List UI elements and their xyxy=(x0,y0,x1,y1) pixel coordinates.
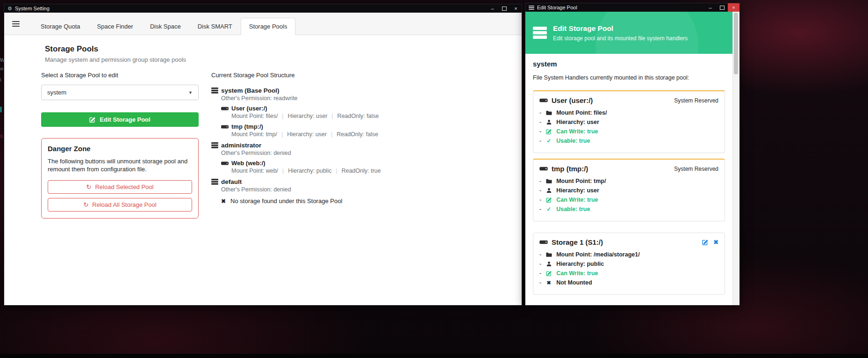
tab-space-finder[interactable]: Space Finder xyxy=(89,18,142,35)
separator xyxy=(281,131,283,138)
tab-bar: Storage Quota Space Finder Disk Space Di… xyxy=(4,13,522,35)
edit-handler-button[interactable] xyxy=(702,239,709,246)
tab-disk-smart[interactable]: Disk SMART xyxy=(189,18,241,35)
banner-title: Edit Storage Pool xyxy=(553,24,688,33)
structure-label: Current Storage Pool Structure xyxy=(211,72,381,79)
edit-window-titlebar[interactable]: Edit Storage Pool – × xyxy=(525,3,739,12)
storage-details: Mount Point: tmp/ Hierarchy: user ReadOn… xyxy=(231,131,381,138)
storage-pool-select[interactable]: system ▼ xyxy=(41,85,199,100)
storage-item-user: User (user:/) Mount Point: files/ Hierar… xyxy=(221,105,381,119)
reload-all-storage-pool-button[interactable]: ↻ Reload All Storage Pool xyxy=(48,198,192,212)
pool-name: default xyxy=(221,178,242,185)
close-button[interactable]: × xyxy=(510,4,522,13)
minimize-button[interactable]: – xyxy=(704,3,716,12)
select-pool-label: Select a Storage Pool to edit xyxy=(41,72,199,79)
gear-icon: ⚙ xyxy=(7,6,12,11)
pencil-square-icon xyxy=(545,270,552,277)
row-text: Can Write: true xyxy=(556,128,598,135)
row-text: Mount Point: tmp/ xyxy=(556,178,606,184)
danger-zone-description: The following buttons will unmount stora… xyxy=(48,157,192,173)
hdd-icon xyxy=(221,161,229,166)
edit-storage-pool-button[interactable]: Edit Storage Pool xyxy=(41,112,199,127)
hierarchy-row: Hierarchy: user xyxy=(539,119,718,125)
close-button[interactable]: × xyxy=(728,3,739,12)
pool-permission: Other's Permission: denied xyxy=(221,186,381,193)
tab-storage-quota[interactable]: Storage Quota xyxy=(32,18,89,35)
folder-icon xyxy=(545,252,552,257)
remove-handler-button[interactable]: ✖ xyxy=(713,239,718,245)
handler-card-tmp: tmp (tmp:/) System Reserved Mount Point:… xyxy=(533,159,725,221)
desktop-icon-label-fragment: l. xyxy=(0,78,2,82)
separator xyxy=(282,113,283,119)
pencil-square-icon xyxy=(89,117,96,123)
hierarchy-row: Hierarchy: user xyxy=(539,187,718,194)
handler-name: tmp (tmp:/) xyxy=(552,165,588,173)
maximize-button[interactable] xyxy=(716,3,728,12)
storage-name: tmp (tmp:/) xyxy=(231,123,263,130)
minimize-button[interactable]: – xyxy=(487,4,498,13)
row-text: Mount Point: /media/storage1/ xyxy=(556,251,640,258)
edited-pool-name: system xyxy=(533,60,725,68)
check-icon: ✓ xyxy=(545,138,552,144)
taskbar[interactable] xyxy=(0,354,868,358)
system-reserved-badge: System Reserved xyxy=(674,97,718,104)
storage-details: Mount Point: web/ Hierarchy: public Read… xyxy=(231,168,381,174)
check-icon: ✓ xyxy=(545,206,552,212)
storage-name: Web (web:/) xyxy=(231,160,265,167)
window-controls: – × xyxy=(487,4,522,13)
hdd-icon xyxy=(221,106,229,111)
tabs: Storage Quota Space Finder Disk Space Di… xyxy=(32,18,295,35)
storage-stack-icon xyxy=(533,27,547,39)
separator xyxy=(331,131,332,138)
pool-name: system (Base Pool) xyxy=(221,87,280,94)
row-text: Not Mounted xyxy=(556,279,592,286)
handler-name: Storage 1 (S1:/) xyxy=(552,238,603,246)
desktop-icon-sliver xyxy=(0,107,2,112)
person-icon xyxy=(545,261,552,267)
pool-name: administrator xyxy=(221,142,261,149)
desktop-icon-label-fragment: xt xyxy=(0,66,3,71)
row-text: Hierarchy: public xyxy=(556,261,604,267)
mount-point-row: Mount Point: tmp/ xyxy=(539,178,718,184)
readonly-flag: ReadOnly: false xyxy=(337,113,379,119)
hierarchy: Hierarchy: user xyxy=(287,131,327,138)
pencil-square-icon xyxy=(545,129,552,135)
empty-pool-text: No storage found under this Storage Pool xyxy=(230,197,342,205)
storage-details: Mount Point: files/ Hierarchy: user Read… xyxy=(231,113,381,119)
reload-selected-pool-button[interactable]: ↻ Reload Selected Pool xyxy=(48,180,192,194)
selected-pool-value: system xyxy=(47,89,66,96)
cross-icon: ✖ xyxy=(221,198,226,205)
system-setting-titlebar[interactable]: ⚙ System Setting – × xyxy=(4,4,522,13)
desktop-icon-label-fragment: 3, xyxy=(0,134,4,139)
row-text: Usable: true xyxy=(556,206,590,212)
menu-icon[interactable] xyxy=(12,21,20,27)
menu-icon xyxy=(529,6,534,10)
empty-pool-message: ✖ No storage found under this Storage Po… xyxy=(221,197,381,205)
edit-pool-banner: Edit Storage Pool Edit storage pool and … xyxy=(525,12,732,54)
pool-stack-icon xyxy=(211,179,218,185)
maximize-button[interactable] xyxy=(498,4,510,13)
danger-zone-card: Danger Zone The following buttons will u… xyxy=(41,138,199,219)
pool-permission: Other's Permission: readwrite xyxy=(221,95,381,102)
handlers-description: File System Handlers currently mounted i… xyxy=(533,74,725,81)
handler-card-user: User (user:/) System Reserved Mount Poin… xyxy=(533,90,725,153)
pencil-square-icon xyxy=(545,197,552,203)
can-write-row: Can Write: true xyxy=(539,197,718,203)
edit-storage-pool-window: Edit Storage Pool – × Edit Storage Pool … xyxy=(525,3,740,306)
separator xyxy=(331,113,333,119)
scrollbar-track[interactable] xyxy=(732,12,739,305)
hierarchy: Hierarchy: user xyxy=(288,113,328,119)
scrollbar-thumb[interactable] xyxy=(734,13,738,74)
tab-disk-space[interactable]: Disk Space xyxy=(142,18,189,35)
tab-storage-pools[interactable]: Storage Pools xyxy=(241,18,296,35)
maximize-icon xyxy=(720,6,725,10)
window-title: Edit Storage Pool xyxy=(537,5,577,10)
hierarchy: Hierarchy: public xyxy=(288,168,331,174)
handler-actions: ✖ xyxy=(702,239,718,246)
can-write-row: Can Write: true xyxy=(539,270,718,277)
storage-pool-structure: Current Storage Pool Structure system (B… xyxy=(211,72,381,209)
separator xyxy=(282,168,284,174)
window-title: System Setting xyxy=(15,6,50,11)
mount-point-row: Mount Point: files/ xyxy=(539,110,718,116)
chevron-down-icon: ▼ xyxy=(188,90,193,95)
